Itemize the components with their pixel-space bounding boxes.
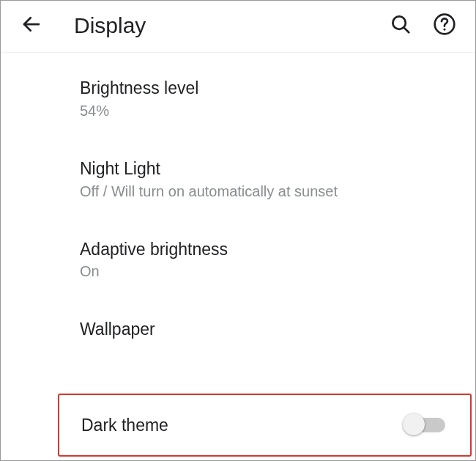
item-title: Night Light	[80, 158, 455, 180]
item-title: Dark theme	[81, 415, 168, 436]
item-title: Adaptive brightness	[80, 239, 455, 260]
svg-point-4	[444, 29, 446, 31]
help-icon	[433, 12, 456, 39]
brightness-level-item[interactable]: Brightness level 54%	[80, 53, 455, 139]
night-light-item[interactable]: Night Light Off / Will turn on automatic…	[80, 139, 455, 220]
search-button[interactable]	[387, 12, 414, 39]
wallpaper-item[interactable]: Wallpaper	[80, 300, 455, 359]
item-title: Brightness level	[80, 78, 455, 99]
search-icon	[390, 13, 412, 38]
back-button[interactable]	[18, 12, 45, 39]
item-subtitle: On	[80, 262, 455, 281]
toggle-thumb	[403, 413, 425, 435]
page-title: Display	[74, 13, 370, 38]
help-button[interactable]	[431, 12, 458, 39]
settings-list: Brightness level 54% Night Light Off / W…	[1, 53, 475, 359]
dark-theme-item[interactable]: Dark theme	[81, 395, 453, 455]
adaptive-brightness-item[interactable]: Adaptive brightness On	[80, 220, 455, 300]
item-subtitle: Off / Will turn on automatically at suns…	[80, 182, 455, 201]
app-header: Display	[1, 1, 475, 53]
item-title: Wallpaper	[80, 319, 455, 340]
item-subtitle: 54%	[80, 102, 455, 120]
highlighted-row: Dark theme	[58, 394, 472, 457]
svg-line-2	[404, 27, 409, 32]
dark-theme-toggle[interactable]	[403, 416, 445, 434]
arrow-back-icon	[21, 13, 42, 38]
